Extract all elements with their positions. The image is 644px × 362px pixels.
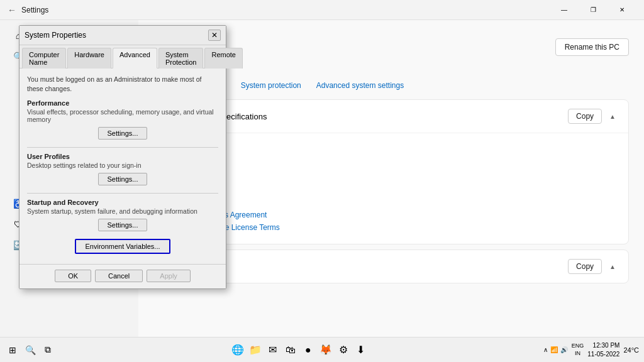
firefox-icon[interactable]: 🦊 bbox=[318, 343, 333, 358]
date-display: 11-05-2022 bbox=[587, 350, 619, 359]
performance-section: Performance Visual effects, processor sc… bbox=[27, 99, 218, 140]
ok-button[interactable]: OK bbox=[55, 270, 91, 282]
startup-recovery-title: Startup and Recovery bbox=[27, 199, 218, 206]
edge-icon[interactable]: 🌐 bbox=[230, 343, 245, 358]
performance-title: Performance bbox=[27, 99, 218, 107]
tab-advanced[interactable]: Advanced bbox=[113, 48, 157, 69]
task-view-button[interactable]: ⧉ bbox=[40, 343, 55, 358]
download-icon[interactable]: ⬇ bbox=[353, 343, 369, 358]
user-profiles-settings-button[interactable]: Settings... bbox=[98, 173, 148, 185]
taskbar-right: ∧ 📶 🔊 ENG IN 12:30 PM 11-05-2022 24°C bbox=[538, 341, 644, 359]
wifi-icon[interactable]: 📶 bbox=[550, 346, 558, 353]
environment-variables-button[interactable]: Environment Variables... bbox=[75, 239, 170, 254]
user-profiles-title: User Profiles bbox=[27, 153, 218, 160]
apply-button[interactable]: Apply bbox=[147, 270, 191, 282]
dialog-titlebar: System Properties ✕ bbox=[19, 26, 226, 45]
dialog-footer: OK Cancel Apply bbox=[19, 264, 226, 288]
tab-system-protection[interactable]: System Protection bbox=[158, 48, 204, 69]
tab-computer-name[interactable]: Computer Name bbox=[22, 48, 66, 69]
tab-remote[interactable]: Remote bbox=[204, 48, 243, 69]
taskbar-center: 🌐 📁 ✉ 🛍 ● 🦊 ⚙ ⬇ bbox=[60, 343, 538, 358]
dialog-tabs: Computer Name Hardware Advanced System P… bbox=[19, 45, 226, 69]
store-icon[interactable]: 🛍 bbox=[283, 343, 298, 358]
chrome-icon[interactable]: ● bbox=[301, 343, 316, 358]
start-button[interactable]: ⊞ bbox=[5, 343, 20, 358]
tray-chevron[interactable]: ∧ bbox=[543, 346, 548, 353]
system-properties-dialog: System Properties ✕ Computer Name Hardwa… bbox=[19, 25, 226, 289]
startup-recovery-desc: System startup, system failure, and debu… bbox=[27, 207, 218, 215]
time-date-block[interactable]: 12:30 PM 11-05-2022 bbox=[587, 341, 619, 359]
settings-app-icon[interactable]: ⚙ bbox=[336, 343, 351, 358]
taskbar: ⊞ 🔍 ⧉ 🌐 📁 ✉ 🛍 ● 🦊 ⚙ ⬇ ∧ 📶 🔊 ENG IN 12:30… bbox=[0, 337, 644, 362]
performance-desc: Visual effects, processor scheduling, me… bbox=[27, 108, 218, 123]
dialog-notice: You must be logged on as an Administrato… bbox=[27, 75, 218, 93]
dialog-overlay: System Properties ✕ Computer Name Hardwa… bbox=[0, 0, 644, 362]
startup-recovery-section: Startup and Recovery System startup, sys… bbox=[27, 199, 218, 231]
user-profiles-desc: Desktop settings related to your sign-in bbox=[27, 162, 218, 169]
divider-2 bbox=[27, 193, 218, 194]
weather-temp[interactable]: 24°C bbox=[623, 346, 639, 354]
system-tray: ∧ 📶 🔊 bbox=[543, 346, 568, 353]
divider-1 bbox=[27, 147, 218, 148]
startup-recovery-settings-button[interactable]: Settings... bbox=[98, 219, 148, 231]
volume-icon[interactable]: 🔊 bbox=[560, 346, 568, 353]
dialog-title: System Properties bbox=[25, 31, 208, 40]
mail-icon[interactable]: ✉ bbox=[265, 343, 280, 358]
user-profiles-section: User Profiles Desktop settings related t… bbox=[27, 153, 218, 185]
time-display: 12:30 PM bbox=[587, 341, 619, 350]
performance-settings-button[interactable]: Settings... bbox=[98, 127, 148, 140]
tab-hardware[interactable]: Hardware bbox=[67, 48, 111, 69]
language-indicator[interactable]: ENG IN bbox=[572, 343, 584, 357]
cancel-button[interactable]: Cancel bbox=[95, 270, 143, 282]
explorer-icon[interactable]: 📁 bbox=[248, 343, 263, 358]
search-button[interactable]: 🔍 bbox=[23, 343, 38, 358]
taskbar-left: ⊞ 🔍 ⧉ bbox=[0, 343, 60, 358]
dialog-content: You must be logged on as an Administrato… bbox=[19, 69, 226, 264]
dialog-close-button[interactable]: ✕ bbox=[208, 30, 221, 41]
